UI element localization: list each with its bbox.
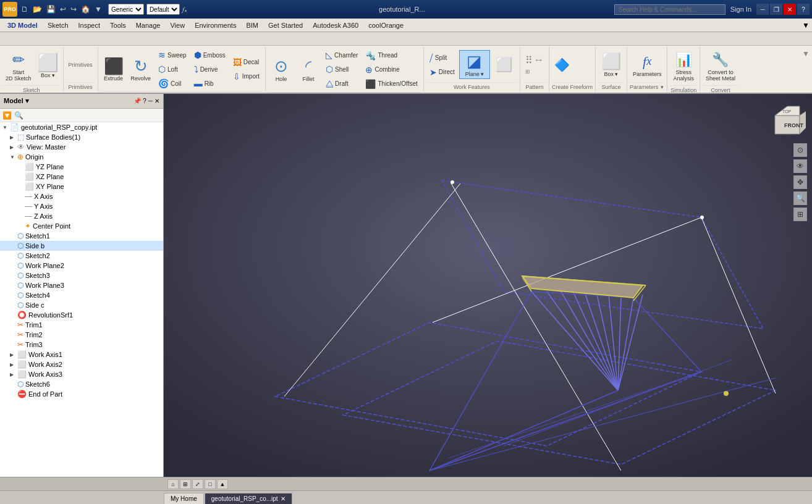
trim1-item[interactable]: ✂ Trim1	[0, 320, 163, 330]
view-cube[interactable]: FRONT TOP	[769, 100, 806, 137]
workplane2-item[interactable]: ⬡ Work Plane2	[0, 261, 163, 271]
pan-button[interactable]: ✥	[793, 175, 807, 189]
qa-redo[interactable]: ↪	[69, 4, 78, 15]
qa-new[interactable]: 🗋	[20, 4, 30, 15]
scroll-up-btn[interactable]: ▲	[217, 479, 228, 489]
emboss-button[interactable]: ⬢ Emboss	[191, 48, 229, 62]
import-button[interactable]: ⇩ Import	[230, 70, 263, 83]
panel-close[interactable]: ✕	[154, 98, 159, 104]
revolve-button[interactable]: ↻ Revolve	[128, 54, 154, 84]
xy-plane-item[interactable]: ⬜ XY Plane	[0, 182, 163, 191]
trim2-item[interactable]: ✂ Trim2	[0, 330, 163, 340]
menu-sketch[interactable]: Sketch	[43, 20, 74, 30]
plane-button[interactable]: ◪ Plane ▾	[459, 50, 490, 80]
chamfer-button[interactable]: ◺ Chamfer	[323, 48, 361, 62]
menu-tools[interactable]: Tools	[105, 20, 131, 30]
minimize-button[interactable]: ─	[756, 4, 769, 15]
qa-open[interactable]: 📂	[32, 4, 43, 15]
profile-dropdown[interactable]: Generic	[108, 4, 144, 15]
y-axis-item[interactable]: — Y Axis	[0, 201, 163, 211]
qa-home[interactable]: 🏠	[80, 4, 91, 15]
ribbon-expand[interactable]: ▼	[802, 21, 810, 30]
workaxis1-item[interactable]: ▶ ⬜ Work Axis1	[0, 350, 163, 359]
sketch1-item[interactable]: ⬡ Sketch1	[0, 231, 163, 241]
qa-save[interactable]: 💾	[45, 4, 57, 15]
stress-analysis-button[interactable]: 📊 StressAnalysis	[670, 48, 697, 84]
menu-bim[interactable]: BIM	[241, 20, 263, 30]
convert-sheet-metal-button[interactable]: 🔧 Convert toSheet Metal	[703, 48, 738, 84]
panel-minimize[interactable]: ─	[148, 98, 153, 104]
hole-button[interactable]: ⊙ Hole	[268, 55, 294, 85]
direct-button[interactable]: ➤ Direct	[426, 65, 458, 79]
z-axis-item[interactable]: — Z Axis	[0, 211, 163, 221]
zoom-button[interactable]: 🔍	[793, 191, 807, 205]
menu-environments[interactable]: Environments	[190, 20, 241, 30]
workaxis2-item[interactable]: ▶ ⬜ Work Axis2	[0, 359, 163, 369]
menu-get-started[interactable]: Get Started	[263, 20, 308, 30]
units-dropdown[interactable]: Default	[146, 4, 180, 15]
sketch3-item[interactable]: ⬡ Sketch3	[0, 271, 163, 280]
x-axis-item[interactable]: — X Axis	[0, 191, 163, 201]
surface-box-button[interactable]: ⬜ Box ▾	[598, 50, 624, 80]
panel-pin[interactable]: 📌	[133, 98, 141, 104]
yz-plane-item[interactable]: ⬜ YZ Plane	[0, 162, 163, 172]
sketch4-item[interactable]: ⬡ Sketch4	[0, 290, 163, 300]
coil-button[interactable]: 🌀 Coil	[155, 77, 190, 90]
pan-view-btn[interactable]: ⤢	[192, 479, 203, 489]
eop-item[interactable]: ⛔ End of Part	[0, 389, 163, 399]
decal-button[interactable]: 🖼 Decal	[230, 56, 263, 69]
tree-root[interactable]: ▼ 📄 geotutorial_RSP_copy.ipt	[0, 122, 163, 132]
center-point-item[interactable]: ✦ Center Point	[0, 221, 163, 231]
revolution-item[interactable]: ⭕ RevolutionSrf1	[0, 310, 163, 320]
qa-settings[interactable]: ▼	[93, 4, 103, 15]
thicken-button[interactable]: ⬛ Thicken/Offset	[362, 77, 420, 91]
surface-bodies-item[interactable]: ▶ ⬚ Surface Bodies(1)	[0, 132, 163, 142]
qa-undo[interactable]: ↩	[59, 4, 67, 15]
home-view-btn[interactable]: ⌂	[167, 479, 179, 489]
grid-btn[interactable]: ⊞	[180, 479, 191, 489]
restore-button[interactable]: ❐	[770, 4, 782, 15]
menu-3dmodel[interactable]: 3D Model	[2, 20, 43, 30]
close-button[interactable]: ✕	[784, 4, 796, 15]
thread-button[interactable]: 🔩 Thread	[362, 49, 420, 62]
orient-btn[interactable]: □	[205, 479, 216, 489]
parameters-expand[interactable]: ▾	[661, 84, 664, 90]
help-button[interactable]: ?	[797, 4, 810, 15]
search-input[interactable]	[614, 4, 725, 15]
draft-button[interactable]: ⧋ Draft	[323, 77, 361, 91]
viewport[interactable]: Side b Z Y X FRONT TOP	[164, 94, 812, 477]
file-tab[interactable]: geotutorial_RSP_co...ipt ✕	[205, 493, 292, 504]
rib-button[interactable]: ▬ Rib	[191, 77, 229, 90]
filter-icon[interactable]: 🔽	[2, 111, 12, 120]
trim3-item[interactable]: ✂ Trim3	[0, 340, 163, 350]
start-2d-sketch-button[interactable]: ✏ Start2D Sketch	[2, 48, 35, 84]
origin-item[interactable]: ▼ ⊕ Origin	[0, 152, 163, 162]
ribbon-expand-right[interactable]: ▼	[802, 49, 810, 58]
view-master-item[interactable]: ▶ 👁 View: Master	[0, 142, 163, 152]
fx-icon[interactable]: 𝑓ₓ	[182, 6, 187, 14]
sketch2-item[interactable]: ⬡ Sketch2	[0, 251, 163, 261]
orbit-button[interactable]: ⊙	[793, 143, 807, 157]
menu-view[interactable]: View	[165, 20, 190, 30]
full-nav-button[interactable]: ⊞	[793, 208, 807, 221]
workfeature-box-button[interactable]: ⬜	[491, 53, 517, 77]
combine-button[interactable]: ⊕ Combine	[362, 63, 420, 77]
menu-cool-orange[interactable]: coolOrange	[363, 20, 408, 30]
fillet-button[interactable]: ◜ Fillet	[295, 55, 321, 85]
sweep-button[interactable]: ≋ Sweep	[155, 48, 190, 62]
sideb-item[interactable]: ⬡ Side b	[0, 241, 163, 251]
split-button[interactable]: ⧸ Split	[426, 51, 458, 65]
parameters-button[interactable]: fx Parameters	[630, 50, 665, 80]
menu-inspect[interactable]: Inspect	[74, 20, 105, 30]
search-tree-icon[interactable]: 🔍	[14, 111, 23, 120]
loft-button[interactable]: ⬡ Loft	[155, 62, 190, 76]
extrude-button[interactable]: ⬛ Extrude	[101, 54, 127, 84]
workaxis3-item[interactable]: ▶ ⬜ Work Axis3	[0, 369, 163, 379]
file-tab-close[interactable]: ✕	[281, 495, 285, 502]
menu-manage[interactable]: Manage	[131, 20, 166, 30]
panel-help[interactable]: ?	[143, 98, 146, 104]
sketch6-item[interactable]: ⬡ Sketch6	[0, 379, 163, 389]
my-home-tab[interactable]: My Home	[164, 493, 204, 504]
xz-plane-item[interactable]: ⬜ XZ Plane	[0, 172, 163, 182]
derive-button[interactable]: ⤵ Derive	[191, 62, 229, 76]
